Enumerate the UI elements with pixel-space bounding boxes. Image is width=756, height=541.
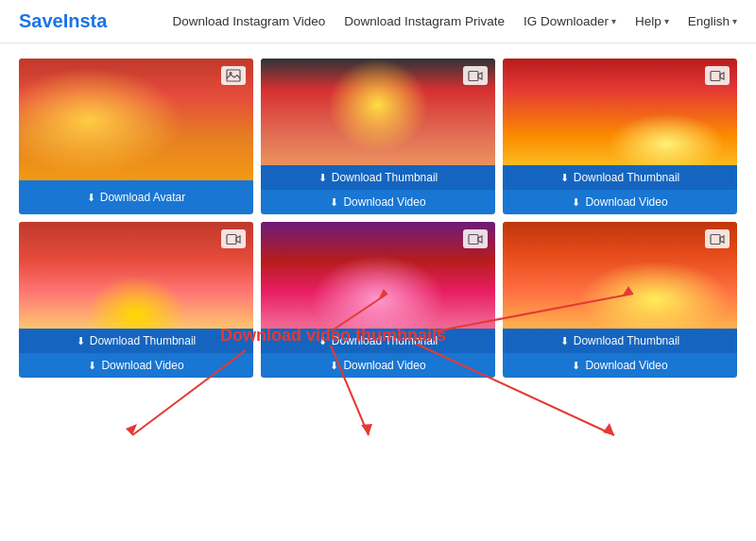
- card-5: ⬇ Download Thumbnail ⬇ Download Video: [261, 222, 495, 378]
- card-4-video-label: Download Video: [101, 359, 183, 372]
- download-icon-6b: ⬇: [572, 360, 580, 372]
- card-1-icon: [221, 66, 246, 85]
- card-2-buttons: ⬇ Download Thumbnail ⬇ Download Video: [261, 165, 495, 214]
- svg-rect-4: [227, 234, 236, 244]
- download-icon-3a: ⬇: [560, 172, 569, 184]
- svg-rect-3: [711, 71, 720, 80]
- video-icon-4: [226, 233, 241, 245]
- card-6-video-label: Download Video: [585, 359, 667, 372]
- card-6-video-button[interactable]: ⬇ Download Video: [503, 353, 737, 378]
- card-5-buttons: ⬇ Download Thumbnail ⬇ Download Video: [261, 329, 495, 378]
- help-chevron-icon: ▾: [664, 16, 669, 26]
- video-icon-3: [710, 70, 725, 82]
- video-icon-6: [710, 233, 725, 245]
- download-icon-2a: ⬇: [318, 172, 327, 184]
- card-6-buttons: ⬇ Download Thumbnail ⬇ Download Video: [503, 329, 737, 378]
- card-5-thumbnail-label: Download Thumbnail: [332, 334, 438, 347]
- card-3-thumbnail-button[interactable]: ⬇ Download Thumbnail: [503, 165, 737, 190]
- card-4-video-button[interactable]: ⬇ Download Video: [19, 353, 253, 378]
- download-icon-4a: ⬇: [77, 335, 85, 347]
- nav-language-label: English: [688, 14, 730, 28]
- card-6: ⬇ Download Thumbnail ⬇ Download Video: [503, 222, 737, 378]
- card-1-avatar-label: Download Avatar: [100, 191, 186, 204]
- download-icon-2b: ⬇: [330, 196, 338, 209]
- card-4-icon: [221, 229, 246, 248]
- nav-ig-downloader[interactable]: IG Downloader ▾: [524, 14, 616, 28]
- card-5-video-button[interactable]: ⬇ Download Video: [261, 353, 495, 378]
- card-2-thumbnail-button[interactable]: ⬇ Download Thumbnail: [261, 165, 495, 190]
- nav: Download Instagram Video Download Instag…: [172, 14, 737, 28]
- nav-help[interactable]: Help ▾: [635, 14, 669, 28]
- card-5-video-label: Download Video: [343, 359, 425, 372]
- card-2-thumbnail-label: Download Thumbnail: [332, 171, 438, 184]
- nav-download-video[interactable]: Download Instagram Video: [172, 14, 325, 28]
- nav-download-private[interactable]: Download Instagram Private: [344, 14, 505, 28]
- main-content: ⬇ Download Avatar ⬇ Download Thumbnail: [0, 43, 756, 393]
- header: SaveInsta Download Instagram Video Downl…: [0, 0, 756, 43]
- card-4-thumbnail-label: Download Thumbnail: [90, 334, 197, 347]
- card-3-icon: [705, 66, 730, 85]
- card-3-thumbnail-label: Download Thumbnail: [574, 171, 680, 184]
- logo[interactable]: SaveInsta: [19, 10, 107, 32]
- card-5-icon: [463, 229, 488, 248]
- svg-rect-6: [711, 234, 720, 244]
- ig-downloader-chevron-icon: ▾: [611, 16, 616, 26]
- card-4-thumbnail-button[interactable]: ⬇ Download Thumbnail: [19, 329, 253, 353]
- card-3: ⬇ Download Thumbnail ⬇ Download Video: [503, 59, 737, 214]
- video-icon: [468, 70, 483, 82]
- nav-ig-downloader-label: IG Downloader: [524, 14, 609, 28]
- download-icon-3b: ⬇: [572, 196, 580, 209]
- card-1-buttons: ⬇ Download Avatar: [19, 180, 253, 214]
- card-2-video-label: Download Video: [343, 195, 425, 209]
- card-4: ⬇ Download Thumbnail ⬇ Download Video: [19, 222, 253, 378]
- image-icon: [226, 69, 241, 82]
- card-6-thumbnail-label: Download Thumbnail: [574, 334, 680, 347]
- svg-rect-2: [469, 71, 478, 80]
- svg-rect-5: [469, 234, 478, 244]
- language-chevron-icon: ▾: [732, 16, 737, 26]
- card-2: ⬇ Download Thumbnail ⬇ Download Video: [261, 59, 495, 214]
- card-6-thumbnail-button[interactable]: ⬇ Download Thumbnail: [503, 329, 737, 353]
- download-icon-1: ⬇: [87, 192, 95, 204]
- download-icon-4b: ⬇: [88, 360, 96, 372]
- download-icon-5b: ⬇: [330, 360, 338, 372]
- card-6-icon: [705, 229, 730, 248]
- nav-help-label: Help: [635, 14, 662, 28]
- nav-language[interactable]: English ▾: [688, 14, 737, 28]
- card-3-buttons: ⬇ Download Thumbnail ⬇ Download Video: [503, 165, 737, 214]
- card-4-buttons: ⬇ Download Thumbnail ⬇ Download Video: [19, 329, 253, 378]
- card-2-icon: [463, 66, 488, 85]
- video-icon-5: [468, 233, 483, 245]
- card-1-avatar-button[interactable]: ⬇ Download Avatar: [19, 180, 253, 214]
- card-1: ⬇ Download Avatar: [19, 59, 253, 214]
- download-icon-6a: ⬇: [560, 335, 569, 347]
- cards-grid: ⬇ Download Avatar ⬇ Download Thumbnail: [19, 59, 737, 378]
- download-icon-5a: ⬇: [318, 335, 327, 347]
- card-3-video-button[interactable]: ⬇ Download Video: [503, 190, 737, 214]
- card-5-thumbnail-button[interactable]: ⬇ Download Thumbnail: [261, 329, 495, 353]
- card-2-video-button[interactable]: ⬇ Download Video: [261, 190, 495, 214]
- card-3-video-label: Download Video: [585, 195, 667, 209]
